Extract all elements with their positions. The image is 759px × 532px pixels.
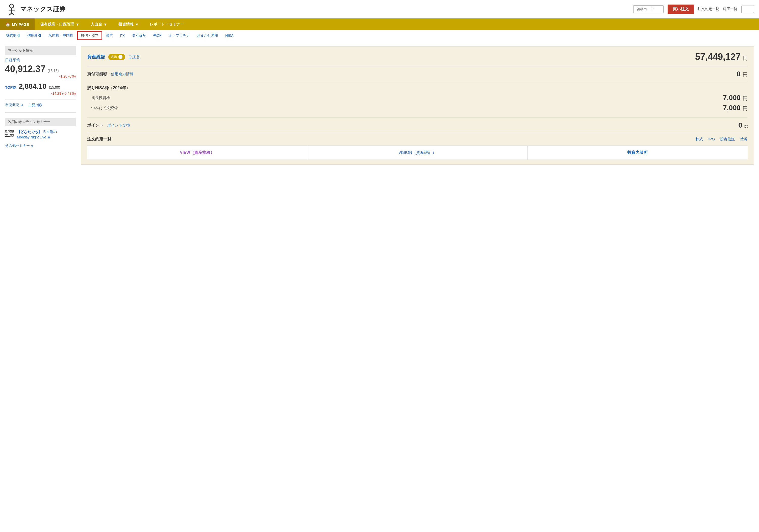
divider-seminar: [5, 112, 76, 113]
sec-nav-bonds[interactable]: 債券: [102, 31, 117, 40]
sec-nav-fx[interactable]: FX: [117, 31, 128, 40]
order-link-ipo[interactable]: IPO: [708, 137, 715, 142]
gold-nav: 🏠 MY PAGE 保有残高・口座管理 ▼ 入出金 ▼ 投資情報 ▼ レポート・…: [0, 19, 759, 30]
main-content: マーケット情報 日経平均 40,912.37 (15:15) -1.28 (0%…: [0, 41, 759, 170]
other-seminars-link[interactable]: その他セミナー ∨: [5, 143, 76, 148]
nikkei-change: -1.28 (0%): [5, 74, 76, 78]
nisa-growth-row: 成長投資枠 7,000 円: [87, 94, 748, 102]
view-button[interactable]: VIEW（資産推移）: [87, 146, 307, 159]
purchase-value-area: 0 円: [737, 70, 748, 78]
nav-holdings[interactable]: 保有残高・口座管理 ▼: [35, 19, 85, 30]
display-toggle[interactable]: 表示: [108, 54, 125, 60]
purchase-value: 0: [737, 70, 741, 78]
seminar-date-col: 07/08 21:00: [5, 129, 14, 138]
tsumitate-yen: 円: [742, 105, 748, 111]
tsumitate-label: つみたて投資枠: [87, 105, 118, 110]
topix-time: (15:00): [49, 85, 60, 89]
growth-value: 7,000: [723, 94, 740, 102]
nikkei-label[interactable]: 日経平均: [5, 58, 76, 62]
bottom-buttons: VIEW（資産推移） VISION（資産設計） 投資力診断: [87, 146, 748, 159]
order-link-stock[interactable]: 株式: [696, 137, 703, 142]
sec-nav-options[interactable]: 先OP: [149, 31, 165, 40]
search-input[interactable]: [741, 6, 754, 13]
point-label: ポイント: [87, 123, 103, 128]
credit-info-link[interactable]: 信用余力情報: [111, 72, 134, 76]
asset-total-left: 資産総額 表示 ご注意: [87, 54, 140, 60]
nisa-section: 残りNISA枠（2024年） 成長投資枠 7,000 円 つみたて投資枠 7,0…: [87, 82, 748, 118]
purchase-row: 買付可能額 信用余力情報 0 円: [87, 66, 748, 82]
major-index-link[interactable]: 主要指数: [28, 103, 42, 107]
topix-value: 2,884.18: [19, 82, 47, 91]
nikkei-value: 40,912.37: [5, 64, 45, 74]
seminar-time: 21:00: [5, 133, 14, 138]
sec-nav-credit[interactable]: 信用取引: [24, 31, 45, 40]
seminar-title[interactable]: 【どなたでも】 広木隆の Monday Night Live 🖥: [17, 129, 57, 140]
nikkei-time: (15:15): [48, 69, 59, 73]
order-row: 注文約定一覧 株式 IPO 投資信託 債券: [87, 133, 748, 146]
seminar-tag: 【どなたでも】: [17, 130, 42, 134]
logo-area: マネックス証券: [5, 3, 628, 16]
positions-link[interactable]: 建玉一覧: [723, 7, 737, 11]
nisa-title: 残りNISA枠（2024年）: [87, 85, 748, 91]
point-value: 0: [738, 121, 742, 129]
svg-point-0: [10, 4, 14, 8]
purchase-yen: 円: [742, 72, 748, 77]
nav-mypage[interactable]: 🏠 MY PAGE: [0, 19, 35, 30]
order-list-link[interactable]: 注文約定一覧: [698, 7, 719, 11]
shindan-button[interactable]: 投資力診断: [528, 146, 748, 159]
svg-line-3: [9, 13, 12, 15]
sec-nav-nisa[interactable]: NISA: [222, 31, 237, 40]
market-info-header: マーケット情報: [5, 46, 76, 55]
growth-label: 成長投資枠: [87, 96, 110, 100]
nikkei-section: 日経平均 40,912.37 (15:15) -1.28 (0%): [5, 58, 76, 78]
point-row: ポイント ポイント交換 0 pt: [87, 118, 748, 133]
chevron-down-icon-seminar: ∨: [31, 144, 33, 148]
sec-nav-stock[interactable]: 株式取引: [3, 31, 24, 40]
header-right: 買い注文 注文約定一覧 建玉一覧: [633, 5, 754, 14]
logo-text: マネックス証券: [20, 5, 66, 13]
topix-section: TOPIX 2,884.18 (15:00) -14.29 (-0.49%): [5, 82, 76, 96]
buy-order-button[interactable]: 買い注文: [668, 5, 694, 14]
market-links: 市況概況 🖥 主要指数: [5, 103, 76, 107]
market-overview-link[interactable]: 市況概況 🖥: [5, 103, 23, 107]
topix-change: -14.29 (-0.49%): [5, 92, 76, 96]
seminar-section: 次回のオンラインセミナー 07/08 21:00 【どなたでも】 広木隆の Mo…: [5, 118, 76, 148]
seminar-date-row: 07/08 21:00 【どなたでも】 広木隆の Monday Night Li…: [5, 129, 76, 140]
chevron-down-icon: ▼: [76, 22, 80, 26]
pt-label: pt: [744, 124, 748, 128]
point-exchange-link[interactable]: ポイント交換: [107, 123, 130, 128]
toggle-circle: [118, 55, 122, 59]
order-label: 注文約定一覧: [87, 137, 111, 142]
asset-value-area: 57,449,127 円: [695, 52, 748, 62]
sec-nav-investment-trust[interactable]: 投信・積立: [77, 31, 102, 40]
screen-icon: 🖥: [47, 136, 50, 139]
sec-nav: 株式取引 信用取引 米国株・中国株 投信・積立 債券 FX 暗号資産 先OP 金…: [0, 30, 759, 41]
asset-yen: 円: [742, 55, 748, 61]
nav-transfer[interactable]: 入出金 ▼: [85, 19, 113, 30]
divider-market: [5, 100, 76, 100]
asset-label: 資産総額: [87, 54, 105, 60]
asset-panel: 資産総額 表示 ご注意 57,449,127 円 買付可能額 信用余力情報 0 …: [81, 46, 754, 165]
seminar-header: 次回のオンラインセミナー: [5, 118, 76, 126]
sec-nav-managed[interactable]: おまかせ運用: [193, 31, 222, 40]
logo-icon: [5, 3, 18, 16]
seminar-date: 07/08: [5, 129, 14, 133]
svg-line-4: [12, 13, 14, 15]
home-icon: 🏠: [6, 22, 10, 27]
nav-investment-info[interactable]: 投資情報 ▼: [113, 19, 144, 30]
left-column: マーケット情報 日経平均 40,912.37 (15:15) -1.28 (0%…: [5, 46, 76, 165]
sec-nav-gold[interactable]: 金・プラチナ: [165, 31, 193, 40]
order-link-investment-trust[interactable]: 投資信託: [720, 137, 735, 142]
order-link-bonds[interactable]: 債券: [740, 137, 748, 142]
asset-value: 57,449,127: [695, 52, 740, 62]
topix-label[interactable]: TOPIX: [5, 85, 17, 89]
vision-button[interactable]: VISION（資産設計）: [307, 146, 527, 159]
chevron-down-icon-info: ▼: [135, 22, 139, 26]
caution-label[interactable]: ご注意: [128, 54, 140, 60]
nisa-tsumitate-row: つみたて投資枠 7,000 円: [87, 104, 748, 112]
stock-code-input[interactable]: [633, 5, 663, 13]
sec-nav-crypto[interactable]: 暗号資産: [128, 31, 149, 40]
nav-report[interactable]: レポート・セミナー: [144, 19, 189, 30]
sec-nav-us-china[interactable]: 米国株・中国株: [45, 31, 77, 40]
header: マネックス証券 買い注文 注文約定一覧 建玉一覧: [0, 0, 759, 19]
